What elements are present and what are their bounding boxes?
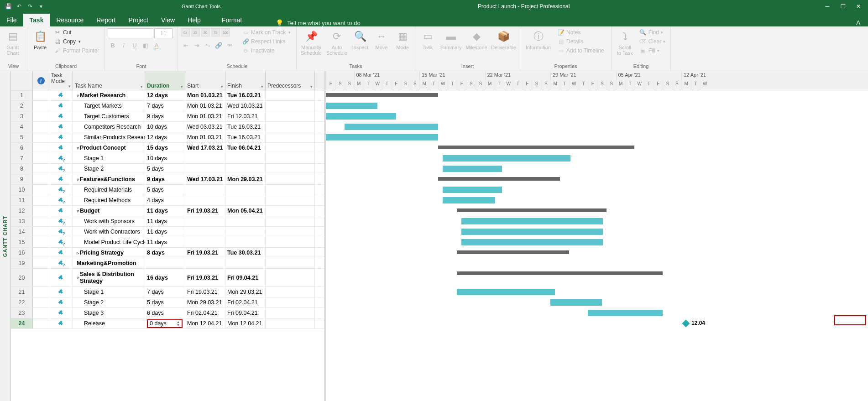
name-cell[interactable]: Model Product Life Cycle: [73, 237, 145, 247]
paste-button[interactable]: 📋 Paste: [30, 28, 50, 51]
manually-schedule-button[interactable]: 📌Manually Schedule: [299, 28, 323, 57]
table-row[interactable]: 22 Stage 2 5 days Mon 29.03.21 Fri 02.04…: [11, 297, 324, 308]
mode-cell[interactable]: [49, 287, 73, 297]
mode-cell[interactable]: [49, 174, 73, 184]
duration-cell[interactable]: 6 days: [145, 308, 185, 318]
outline-toggle-icon[interactable]: ▿: [77, 177, 79, 182]
name-cell[interactable]: Stage 1: [73, 287, 145, 297]
finish-cell[interactable]: Tue 16.03.21: [225, 122, 266, 132]
duration-cell[interactable]: 7 days: [145, 101, 185, 111]
gantt-task-bar[interactable]: [550, 299, 602, 306]
name-cell[interactable]: Required Materials: [73, 185, 145, 195]
finish-cell[interactable]: Fri 09.04.21: [225, 269, 266, 286]
table-row[interactable]: 23 Stage 3 6 days Fri 02.04.21 Fri 09.04…: [11, 308, 324, 318]
start-cell[interactable]: Mon 01.03.21: [185, 90, 225, 100]
col-finish[interactable]: Finish▾: [225, 71, 266, 90]
indent-button[interactable]: ⇥: [192, 40, 202, 50]
insert-task-button[interactable]: ▭Task: [418, 28, 437, 51]
mark-on-track-button[interactable]: ▭Mark on Track▾: [240, 28, 293, 36]
gantt-task-bar[interactable]: [588, 310, 663, 316]
predecessors-cell[interactable]: [266, 308, 315, 318]
start-cell[interactable]: Mon 12.04.21: [185, 318, 225, 328]
add-timeline-button[interactable]: ▭Add to Timeline: [555, 47, 606, 55]
duration-cell[interactable]: 11 days: [145, 237, 185, 247]
info-cell[interactable]: [33, 164, 49, 174]
table-row[interactable]: 21 Stage 1 7 days Fri 19.03.21 Mon 29.03…: [11, 287, 324, 297]
mode-cell[interactable]: [49, 111, 73, 121]
predecessors-cell[interactable]: [266, 237, 315, 247]
move-button[interactable]: ↔Move: [372, 28, 391, 51]
gantt-area[interactable]: 08 Mar '2115 Mar '2122 Mar '2129 Mar '21…: [326, 71, 868, 401]
unlink-button[interactable]: ⚮: [225, 40, 235, 50]
name-cell[interactable]: ▿Features&Functions: [73, 174, 145, 184]
pct50-button[interactable]: 50: [201, 28, 210, 36]
table-row[interactable]: 8 ? Stage 2 5 days: [11, 164, 324, 174]
info-cell[interactable]: [33, 185, 49, 195]
close-button[interactable]: ✕: [854, 2, 863, 10]
table-row[interactable]: 1 ▿Market Research 12 days Mon 01.03.21 …: [11, 90, 324, 101]
duration-cell[interactable]: 8 days: [145, 248, 185, 258]
row-number[interactable]: 11: [11, 195, 33, 205]
outline-toggle-icon[interactable]: ▹: [77, 250, 79, 255]
mode-cell[interactable]: [49, 318, 73, 328]
name-cell[interactable]: Work with Contractors: [73, 227, 145, 237]
table-row[interactable]: 11 ? Required Methods 4 days: [11, 195, 324, 206]
tab-file[interactable]: File: [0, 14, 23, 26]
mode-cell[interactable]: ?: [49, 185, 73, 195]
predecessors-cell[interactable]: [266, 258, 315, 268]
finish-cell[interactable]: [225, 164, 266, 174]
tell-me-search[interactable]: 💡 Tell me what you want to do: [276, 19, 360, 26]
predecessors-cell[interactable]: [266, 143, 315, 153]
start-cell[interactable]: Fri 02.04.21: [185, 308, 225, 318]
start-cell[interactable]: Mon 01.03.21: [185, 101, 225, 111]
name-cell[interactable]: ▿Budget: [73, 206, 145, 216]
table-row[interactable]: 3 Target Customers 9 days Mon 01.03.21 F…: [11, 111, 324, 122]
finish-cell[interactable]: Mon 05.04.21: [225, 206, 266, 216]
bgcolor-button[interactable]: ◧: [141, 40, 151, 50]
mode-cell[interactable]: ?: [49, 195, 73, 205]
predecessors-cell[interactable]: [266, 111, 315, 121]
finish-cell[interactable]: Wed 10.03.21: [225, 101, 266, 111]
predecessors-cell[interactable]: [266, 269, 315, 286]
mode-cell[interactable]: [49, 308, 73, 318]
ribbon-collapse-icon[interactable]: ᐱ: [849, 19, 868, 26]
gantt-summary-bar[interactable]: [438, 146, 634, 149]
name-cell[interactable]: ▿Product Concept: [73, 143, 145, 153]
finish-cell[interactable]: Tue 16.03.21: [225, 132, 266, 142]
gantt-task-bar[interactable]: [443, 197, 495, 203]
outline-toggle-icon[interactable]: ▿: [77, 146, 79, 151]
finish-cell[interactable]: Tue 30.03.21: [225, 248, 266, 258]
col-info[interactable]: i: [33, 71, 49, 90]
gantt-task-bar[interactable]: [461, 239, 603, 245]
duration-cell[interactable]: 10 days: [145, 122, 185, 132]
gantt-summary-bar[interactable]: [457, 250, 569, 254]
row-number[interactable]: 10: [11, 185, 33, 195]
font-name-select[interactable]: [108, 28, 153, 38]
start-cell[interactable]: [185, 237, 225, 247]
row-number[interactable]: 9: [11, 174, 33, 184]
finish-cell[interactable]: [225, 185, 266, 195]
row-number[interactable]: 13: [11, 216, 33, 226]
spinner-icon[interactable]: ▲▼: [177, 320, 180, 327]
mode-cell[interactable]: ?: [49, 237, 73, 247]
start-cell[interactable]: Fri 19.03.21: [185, 287, 225, 297]
row-number[interactable]: 23: [11, 308, 33, 318]
mode-cell[interactable]: ?: [49, 227, 73, 237]
row-number[interactable]: 2: [11, 101, 33, 111]
duration-cell[interactable]: 12 days: [145, 90, 185, 100]
outline-toggle-icon[interactable]: ▿: [77, 275, 79, 280]
row-number[interactable]: 12: [11, 206, 33, 216]
italic-button[interactable]: I: [119, 40, 129, 50]
find-button[interactable]: 🔍Find▾: [638, 28, 668, 36]
start-cell[interactable]: Fri 19.03.21: [185, 269, 225, 286]
duration-cell[interactable]: 7 days: [145, 287, 185, 297]
insert-deliverable-button[interactable]: 📦Deliverable: [490, 28, 517, 51]
details-button[interactable]: ▤Details: [555, 37, 606, 46]
col-task-mode[interactable]: Task Mode▾: [49, 71, 73, 90]
info-cell[interactable]: [33, 111, 49, 121]
col-start[interactable]: Start▾: [185, 71, 225, 90]
info-cell[interactable]: [33, 174, 49, 184]
row-number[interactable]: 5: [11, 132, 33, 142]
predecessors-cell[interactable]: [266, 90, 315, 100]
mode-button[interactable]: ▦Mode: [393, 28, 412, 51]
